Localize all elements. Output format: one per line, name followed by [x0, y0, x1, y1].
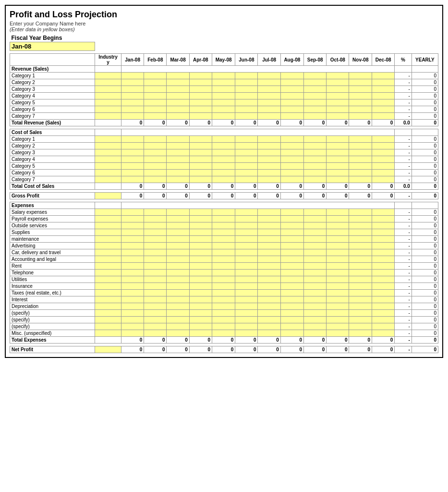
table-row: Salary expenses - 0	[10, 209, 438, 216]
revenue-section-header: Revenue (Sales)	[10, 66, 95, 73]
table-row: Category 2 - 0	[10, 143, 438, 149]
table-row: Taxes (real estate, etc.) - 0	[10, 290, 438, 296]
gross-profit-row: Gross Profit 0 0 0 0 0 0 0 0 0 0 0 0 - 0	[10, 193, 438, 199]
table-row: Category 4 - 0	[10, 93, 438, 99]
header-yearly: YEARLY	[412, 54, 438, 66]
table-row: Category 7 - 0	[10, 113, 438, 120]
gross-profit-label: Gross Profit	[10, 193, 95, 199]
total-expenses-row: Total Expenses 0 0 0 0 0 0 0 0 0 0 0 0 -…	[10, 337, 438, 344]
table-row: Category 1 - 0	[10, 73, 438, 79]
spreadsheet-container: Profit and Loss Projection Enter your Co…	[5, 5, 443, 358]
fiscal-year-label: Fiscal Year Begins	[10, 34, 95, 42]
table-row: Misc. (unspecified) - 0	[10, 330, 438, 337]
table-row: Category 2 - 0	[10, 79, 438, 86]
instructions-subtitle: (Enter data in yellow boxes)	[10, 26, 438, 32]
header-mar: Mar-08	[167, 54, 189, 66]
table-row: Category 6 - 0	[10, 170, 438, 176]
header-pct: %	[395, 54, 412, 66]
table-row: Category 3 - 0	[10, 149, 438, 156]
table-row: Depreciation - 0	[10, 303, 438, 310]
net-profit-label: Net Profit	[10, 346, 95, 353]
table-row: Payroll expenses - 0	[10, 216, 438, 222]
table-row: Category 5 - 0	[10, 99, 438, 106]
table-row: Accounting and legal - 0	[10, 256, 438, 263]
total-expenses-label: Total Expenses	[10, 337, 95, 344]
header-aug: Aug-08	[280, 54, 303, 66]
net-profit-row: Net Profit 0 0 0 0 0 0 0 0 0 0 0 0 - 0	[10, 346, 438, 353]
header-jul: Jul-08	[258, 54, 280, 66]
table-row: Advertising - 0	[10, 243, 438, 249]
cost-section-header: Cost of Sales	[10, 129, 95, 136]
header-industry: Industryy	[95, 54, 121, 66]
table-row: (specify) - 0	[10, 317, 438, 323]
header-feb: Feb-08	[144, 54, 167, 66]
header-oct: Oct-08	[327, 54, 349, 66]
table-row: Category 7 - 0	[10, 176, 438, 183]
fiscal-year-value[interactable]: Jan-08	[10, 42, 95, 51]
table-row: Interest - 0	[10, 296, 438, 303]
header-dec: Dec-08	[372, 54, 395, 66]
table-row: Supplies - 0	[10, 229, 438, 236]
table-row: Category 1 - 0	[10, 136, 438, 143]
table-row: Category 3 - 0	[10, 86, 438, 93]
table-row: Utilities - 0	[10, 276, 438, 283]
table-row: Telephone - 0	[10, 270, 438, 276]
total-cost-row: Total Cost of Sales 0 0 0 0 0 0 0 0 0 0 …	[10, 183, 438, 190]
table-row: Category 6 - 0	[10, 106, 438, 113]
table-row: Car, delivery and travel - 0	[10, 249, 438, 256]
table-row: Outside services - 0	[10, 222, 438, 229]
header-sep: Sep-08	[304, 54, 327, 66]
total-cost-label: Total Cost of Sales	[10, 183, 95, 190]
table-row: Category 4 - 0	[10, 156, 438, 163]
header-label	[10, 54, 95, 66]
total-revenue-label: Total Revenue (Sales)	[10, 120, 95, 126]
total-revenue-row: Total Revenue (Sales) 0 0 0 0 0 0 0 0 0 …	[10, 120, 438, 126]
table-row: (specify) - 0	[10, 323, 438, 330]
table-row: Rent - 0	[10, 263, 438, 270]
header-apr: Apr-08	[189, 54, 212, 66]
company-subtitle: Enter your Company Name here	[10, 21, 438, 26]
header-may: May-08	[212, 54, 235, 66]
table-row: (specify) - 0	[10, 310, 438, 317]
header-jan: Jan-08	[121, 54, 144, 66]
table-row: maintenance - 0	[10, 236, 438, 243]
page-title: Profit and Loss Projection	[10, 10, 438, 20]
header-jun: Jun-08	[235, 54, 258, 66]
table-row: Insurance - 0	[10, 283, 438, 290]
table-row: Category 5 - 0	[10, 163, 438, 170]
expenses-section-header: Expenses	[10, 202, 95, 209]
header-nov: Nov-08	[349, 54, 372, 66]
